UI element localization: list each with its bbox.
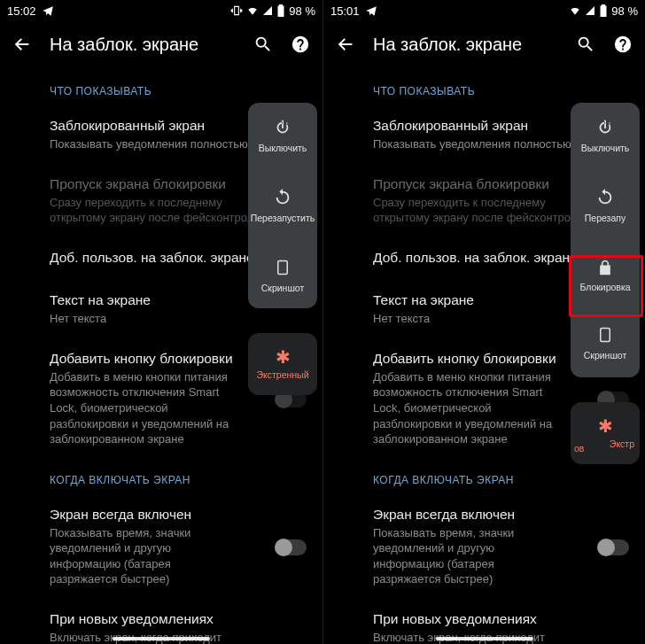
search-icon[interactable] [253,35,273,54]
wifi-icon [569,4,581,17]
app-bar: На заблок. экране [0,21,322,67]
item-always-on[interactable]: Экран всегда включен Показывать время, з… [0,495,322,600]
item-title: Доб. пользов. на заблок. экране [50,249,273,267]
page-title: На заблок. экране [373,35,558,55]
power-icon [273,118,292,137]
screenshot-label: Скриншот [584,350,627,361]
item-title: Текст на экране [373,291,595,309]
search-icon[interactable] [576,35,595,54]
restart-icon [595,188,615,207]
section-when-wake: КОГДА ВКЛЮЧАТЬ ЭКРАН [0,460,322,495]
help-icon[interactable] [613,35,633,54]
emergency-icon: ✱ [598,417,613,435]
screenshot-button[interactable]: Скриншот [248,243,317,308]
emergency-icon: ✱ [276,348,291,366]
emergency-frag1: ов [574,443,584,454]
item-title: Экран всегда включен [373,506,595,524]
power-off-label: Выключить [259,143,307,153]
restart-button[interactable]: Перезапу [571,168,640,243]
power-off-button[interactable]: Выключить [248,103,317,168]
screenshot-button[interactable]: Скриншот [571,308,640,377]
wifi-icon [246,4,259,17]
item-title: Пропуск экрана блокировки [373,175,595,193]
toggle-always-on[interactable] [599,539,629,555]
item-title: Добавить кнопку блокировки [50,350,273,368]
restart-button[interactable]: Перезапустить [248,168,317,243]
item-sub: Показывать уведомления полностью [373,136,595,152]
item-always-on[interactable]: Экран всегда включен Показывать время, з… [323,495,645,600]
item-sub: Добавить в меню кнопки питания возможнос… [50,369,273,447]
screen-right: 15:01 98 % На заблок. экране ЧТО ПОКАЗЫВ… [322,0,645,644]
section-when-wake: КОГДА ВКЛЮЧАТЬ ЭКРАН [323,460,645,495]
telegram-icon [42,4,54,17]
toggle-always-on[interactable] [276,539,307,555]
restart-icon [273,188,292,207]
item-title: Текст на экране [50,291,273,309]
status-bar: 15:02 98 % [0,0,322,21]
emergency-label: Экстренный [256,369,308,380]
restart-label: Перезапу [585,213,626,223]
status-bar: 15:01 98 % [323,0,645,21]
screenshot-label: Скриншот [261,283,305,293]
item-sub: Сразу переходить к последнему открытому … [50,195,273,226]
svg-rect-0 [278,261,288,275]
item-title: Заблокированный экран [50,117,273,135]
power-icon [595,118,615,137]
vibrate-icon [230,4,243,17]
screen-left: 15:02 98 % На заблок. экране ЧТО ПОКАЗЫВ… [0,0,322,644]
item-sub: Нет текста [373,311,595,327]
nav-pill[interactable] [113,637,210,640]
back-icon[interactable] [336,35,355,54]
item-title: При новых уведомлениях [373,610,595,628]
item-sub: Добавить в меню кнопки питания возможнос… [373,369,595,447]
item-sub: Показывать время, значки уведомлений и д… [373,525,595,587]
battery-text: 98 % [611,4,638,18]
battery-icon [599,4,608,17]
power-off-button[interactable]: Выключить [571,103,640,168]
power-menu: Выключить Перезапустить Скриншот [248,103,317,308]
restart-label: Перезапустить [251,213,315,223]
item-title: При новых уведомлениях [50,610,273,628]
telegram-icon [365,4,377,17]
app-bar: На заблок. экране [323,21,645,67]
battery-icon [276,4,285,17]
emergency-button[interactable]: ✱ ов Экстр [571,402,640,464]
nav-pill[interactable] [436,637,533,640]
back-icon[interactable] [12,35,32,54]
item-title: Доб. пользов. на заблок. экране [373,249,595,267]
item-title: Добавить кнопку блокировки [373,350,595,368]
section-what-to-show: ЧТО ПОКАЗЫВАТЬ [323,71,645,106]
item-sub: Нет текста [50,311,273,327]
item-title: Экран всегда включен [50,506,273,524]
power-menu: Выключить Перезапу Блокировка Скриншот [571,103,640,377]
page-title: На заблок. экране [50,35,236,55]
signal-icon [262,5,273,16]
highlight-box [569,255,643,317]
emergency-frag2: Экстр [610,438,634,449]
item-sub: Сразу переходить к последнему открытому … [373,195,595,226]
section-what-to-show: ЧТО ПОКАЗЫВАТЬ [0,71,322,106]
battery-text: 98 % [289,4,315,18]
emergency-button[interactable]: ✱ Экстренный [248,333,317,395]
clock: 15:02 [7,4,36,18]
clock: 15:01 [330,4,360,18]
item-sub: Показывать время, значки уведомлений и д… [50,525,273,587]
screenshot-icon [275,258,291,277]
item-sub: Показывать уведомления полностью [50,136,273,152]
help-icon[interactable] [291,35,310,54]
screenshot-icon [597,325,613,345]
item-title: Заблокированный экран [373,117,595,135]
svg-rect-1 [601,329,610,342]
power-off-label: Выключить [581,143,630,153]
signal-icon [585,5,595,16]
item-title: Пропуск экрана блокировки [50,175,273,193]
